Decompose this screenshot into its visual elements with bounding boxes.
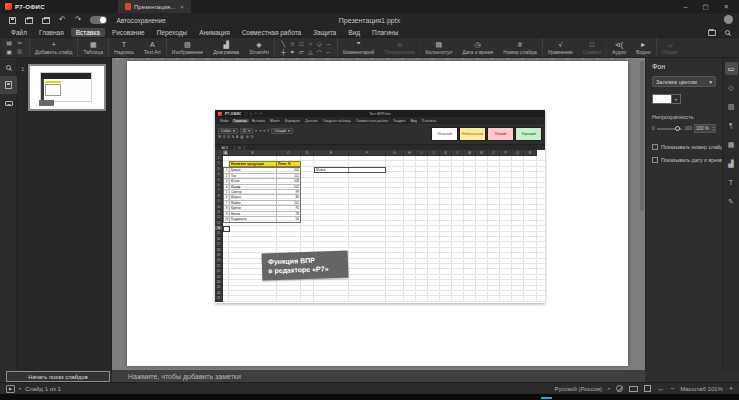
image-settings-icon[interactable]: ▨ (725, 100, 738, 113)
ribbon-tab[interactable]: Главная (34, 28, 69, 37)
sidebar-comments-button[interactable] (0, 94, 17, 112)
canvas-scrollbar[interactable] (640, 61, 644, 211)
shape-settings-icon[interactable]: ◇ (725, 81, 738, 94)
undo-icon[interactable]: ↶ (59, 16, 66, 24)
maximize-icon[interactable]: ▢ (702, 3, 708, 11)
user-avatar[interactable] (724, 15, 733, 24)
language-caret[interactable]: ▾ (608, 386, 610, 391)
fill-type-select[interactable]: Заливка цветом ▾ (652, 76, 716, 87)
notes-area[interactable]: Нажмите, чтобы добавить заметки (112, 370, 645, 382)
language-selector[interactable]: Русский (Россия) (555, 386, 603, 392)
ribbon-tab[interactable]: Вставка (71, 28, 105, 37)
toolbar-button-slide-number-icon[interactable]: # Номер слайда (498, 38, 542, 57)
ribbon-tab[interactable]: Переходы (152, 28, 193, 37)
shape-icon[interactable]: ◠ (315, 48, 324, 56)
shape-icon[interactable]: ╲ (279, 40, 288, 48)
keyboard-icon[interactable] (629, 386, 638, 392)
slide[interactable]: Р7-ОФИС ▢⎙↶↷ Тест ВПР.xlsx ФайлГлавнаяВс… (127, 61, 628, 366)
shape-icon[interactable]: → (324, 40, 333, 48)
ribbon-tab[interactable]: Защита (308, 28, 341, 37)
start-slideshow-tooltip[interactable]: Начать показ слайдов (6, 371, 110, 382)
paragraph-settings-icon[interactable]: ¶ (725, 119, 738, 132)
fit-slide-icon[interactable] (644, 385, 651, 392)
toolbar-button-text-art-icon[interactable]: А Text Art (139, 38, 167, 57)
shape-icon[interactable]: ▱ (297, 48, 306, 56)
toolbar-button-text-box-icon[interactable]: Т Надпись (109, 38, 139, 57)
shape-icon[interactable]: △ (306, 48, 315, 56)
autosave-toggle[interactable] (90, 16, 107, 24)
clipboard-icon[interactable]: ▤ (4, 39, 14, 47)
ribbon-tab[interactable]: Анимация (194, 28, 235, 37)
show-slide-number-checkbox[interactable] (652, 144, 658, 150)
zoom-in-button[interactable]: + (729, 385, 733, 392)
slide-caption-textbox[interactable]: Функция ВПР в редакторе «Р7» (262, 251, 349, 281)
shape-icon[interactable]: ┼ (279, 48, 288, 56)
toolbar-button-equation-icon[interactable]: √ Уравнение (543, 38, 578, 57)
toolbar-button-object-icon[interactable]: ▱ Объект (657, 38, 684, 57)
slide-settings-icon[interactable]: ▭ (725, 62, 738, 75)
fill-color-dropdown[interactable]: ▾ (672, 94, 681, 104)
spellcheck-icon[interactable] (616, 385, 623, 392)
editing-canvas[interactable]: Р7-ОФИС ▢⎙↶↷ Тест ВПР.xlsx ФайлГлавнаяВс… (112, 58, 645, 370)
chart-settings-icon[interactable]: ▟ (725, 157, 738, 170)
minimize-icon[interactable]: – (684, 3, 688, 11)
textart-settings-icon[interactable]: Т (725, 176, 738, 189)
ribbon-tab[interactable]: Файл (6, 28, 32, 37)
toolbar-button-comment-icon[interactable]: ❞ Комментарий (338, 38, 380, 57)
toolbar-button-table-icon[interactable]: ▦ Таблица (78, 38, 109, 57)
zoom-level[interactable]: Масштаб 101% (680, 386, 723, 392)
shape-icon[interactable]: ○ (306, 40, 315, 48)
clipboard-icon[interactable]: ✂ (15, 39, 25, 47)
open-location-icon[interactable] (708, 30, 716, 36)
search-icon[interactable] (725, 30, 730, 35)
toolbar-button-video-icon[interactable]: ► Видео (631, 38, 657, 57)
start-slideshow-icon[interactable]: ▶ (6, 385, 15, 393)
ribbon-tab[interactable]: Вид (343, 28, 365, 37)
toolbar-button-add-slide-icon[interactable]: + Добавить слайд (30, 38, 78, 57)
toolbar-button-smartart-icon[interactable]: ◈ SmartArt (244, 38, 275, 57)
print-icon[interactable] (25, 18, 33, 24)
toolbar-button-image-icon[interactable]: ▨ Изображение (167, 38, 209, 57)
column-header: J (428, 150, 440, 156)
table-settings-icon[interactable]: ▦ (725, 138, 738, 151)
opacity-spinbox[interactable]: 100 % ▴▾ (694, 124, 716, 133)
clipboard-icon[interactable]: ⎘ (15, 48, 25, 56)
zoom-out-button[interactable]: − (670, 385, 674, 392)
shape-icon[interactable]: ◇ (315, 40, 324, 48)
slideshow-options-caret[interactable]: ▾ (19, 386, 21, 391)
ribbon-tab[interactable]: Плагины (367, 28, 403, 37)
toolbar-button-chart-icon[interactable]: ▟ Диаграмма (208, 38, 244, 57)
show-date-time-checkbox[interactable] (652, 157, 658, 163)
ribbon-tab[interactable]: Совместная работа (237, 28, 306, 37)
opacity-slider[interactable] (657, 128, 683, 130)
shape-icon[interactable]: ☆ (288, 40, 297, 48)
redo-icon[interactable]: ↷ (75, 16, 82, 24)
fill-color-swatch[interactable] (652, 94, 672, 104)
document-tab[interactable]: Презентация... × (118, 0, 191, 13)
shape-icon[interactable]: □ (297, 40, 306, 48)
ribbon-tab[interactable]: Рисование (107, 28, 150, 37)
save-icon[interactable] (9, 17, 16, 24)
clipboard-icon[interactable]: ▣ (4, 48, 14, 56)
sidebar-slides-button[interactable] (0, 76, 17, 94)
close-icon[interactable]: ✕ (724, 3, 729, 11)
sidebar-search-button[interactable] (0, 58, 17, 76)
shape-icon[interactable]: ✶ (288, 48, 297, 56)
spinner-arrows[interactable]: ▴▾ (712, 126, 714, 132)
shapes-gallery[interactable]: ╲☆□○◇→┼✶▱△◠← (275, 38, 338, 57)
close-tab-icon[interactable]: × (180, 4, 184, 10)
toolbar-button-audio-icon[interactable]: ⊲( Аудио (607, 38, 631, 57)
grid-column-strip (488, 156, 500, 302)
toolbar-button-icon: ► (640, 41, 647, 48)
fit-width-icon[interactable]: ↔ (657, 385, 664, 392)
slide-thumbnail[interactable] (28, 64, 106, 111)
clipboard-group[interactable]: ▤✂▣⎘ (0, 38, 30, 57)
signature-settings-icon[interactable]: ✎ (725, 195, 738, 208)
toolbar-button-date-time-icon[interactable]: ◷ Дата и время (457, 38, 498, 57)
toolbar-button-hyperlink-icon[interactable]: ∞ Гиперссылка (379, 38, 420, 57)
shape-icon[interactable]: ← (324, 48, 333, 56)
toolbar-button-header-footer-icon[interactable]: ▤ Колонтитул (420, 38, 457, 57)
quick-print-icon[interactable] (42, 18, 50, 24)
opacity-slider-knob[interactable] (675, 126, 680, 131)
toolbar-button-symbol-icon[interactable]: Ω Символ (578, 38, 607, 57)
